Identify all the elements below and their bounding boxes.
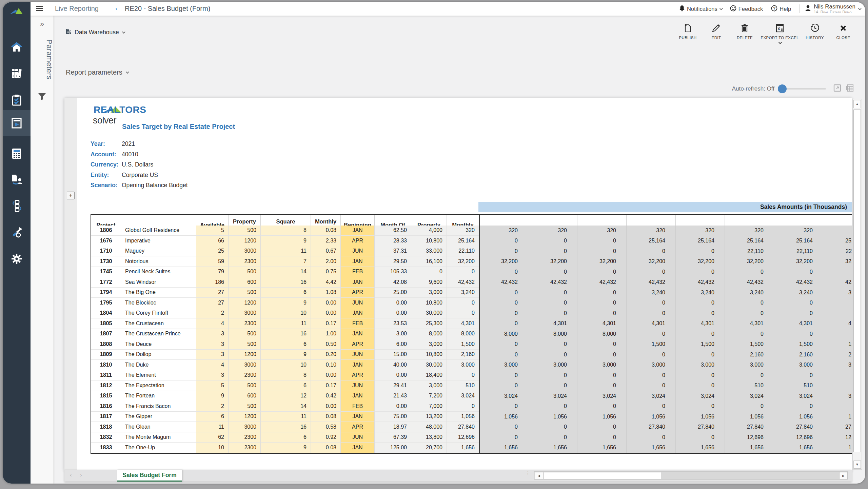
cell-monthly-avg-speed[interactable]: 4.42 (311, 277, 341, 288)
cell-available-units[interactable]: 66 (196, 236, 229, 246)
cell-monthly-avg-speed[interactable]: 0.08 (311, 226, 341, 236)
cell-property-avg-area[interactable]: 500 (229, 267, 261, 277)
cell-sqm-avg-price[interactable]: 6 (261, 380, 311, 391)
cell-available-units[interactable]: 62 (196, 432, 229, 443)
cell-monthly-avg-speed[interactable]: 0.20 (311, 350, 341, 360)
cell-monthly-avg-speed[interactable]: 0.08 (311, 443, 341, 453)
cell-available-units[interactable]: 2 (196, 308, 229, 319)
auto-refresh-slider[interactable] (778, 84, 826, 93)
cell-sqm-avg-price[interactable]: 10 (261, 308, 311, 319)
cell-property-avg-area[interactable]: 3000 (229, 360, 261, 370)
cell-sqm-avg-price[interactable]: 16 (261, 329, 311, 339)
vertical-scrollbar[interactable]: ▲ ▼ (852, 99, 862, 470)
scroll-left-button[interactable]: ◄ (535, 472, 543, 479)
cell-sqm-avg-price[interactable]: 8 (261, 226, 311, 236)
horizontal-scrollbar[interactable]: ◄ ► (534, 471, 848, 480)
cell-available-units[interactable]: 3 (196, 339, 229, 350)
cell-beginning-month[interactable]: JAN (341, 412, 375, 422)
cell-beginning-month[interactable]: JAN (341, 308, 375, 319)
slider-knob[interactable] (778, 84, 787, 93)
cell-property-avg-area[interactable]: 600 (229, 277, 261, 288)
sidebar-item-archive[interactable] (3, 61, 31, 86)
cell-sqm-avg-price[interactable]: 11 (261, 318, 311, 329)
cell-monthly-avg-speed[interactable]: 0.92 (311, 432, 341, 443)
cell-monthly-avg-speed[interactable]: 0.00 (311, 370, 341, 381)
scroll-right-button[interactable]: ► (839, 472, 848, 479)
user-menu[interactable]: Nils Rasmussen 14. Real Estate Demo (805, 4, 861, 14)
cell-property-avg-area[interactable]: 3000 (229, 422, 261, 432)
cell-available-units[interactable]: 4 (196, 360, 229, 370)
cell-monthly-avg-speed[interactable]: 0.67 (311, 246, 341, 257)
cell-monthly-avg-speed[interactable]: 0.50 (311, 339, 341, 350)
sidebar-item-collaboration[interactable] (3, 167, 31, 192)
cell-beginning-month[interactable]: JAN (341, 277, 375, 288)
cell-sqm-avg-price[interactable]: 14 (261, 401, 311, 412)
cell-sqm-avg-price[interactable]: 14 (261, 267, 311, 277)
cell-property-avg-area[interactable]: 3000 (229, 308, 261, 319)
sheet-nav-prev-icon[interactable]: ‹ (70, 472, 72, 478)
cell-sqm-avg-price[interactable]: 8 (261, 370, 311, 381)
data-source-selector[interactable]: Data Warehouse (66, 28, 124, 36)
cell-monthly-avg-speed[interactable]: 0.42 (311, 391, 341, 402)
cell-available-units[interactable]: 3 (196, 329, 229, 339)
cell-beginning-month[interactable]: JUN (341, 380, 375, 391)
parameters-expand-button[interactable]: » (31, 20, 54, 28)
cell-beginning-month[interactable]: APR (341, 339, 375, 350)
cell-property-avg-area[interactable]: 2300 (229, 256, 261, 267)
sheet-nav-next-icon[interactable]: › (80, 472, 82, 478)
solver-logo-icon[interactable] (3, 4, 31, 19)
cell-property-avg-area[interactable]: 1200 (229, 298, 261, 308)
cell-property-avg-area[interactable]: 1200 (229, 350, 261, 360)
cell-beginning-month[interactable]: JAN (341, 360, 375, 370)
publish-button[interactable]: PUBLISH (675, 24, 700, 40)
cell-beginning-month[interactable]: FEB (341, 401, 375, 412)
cell-monthly-avg-speed[interactable]: 1.00 (311, 329, 341, 339)
scrollbar-grip[interactable]: ⋮ (526, 472, 530, 474)
cell-available-units[interactable]: 27 (196, 298, 229, 308)
cell-beginning-month[interactable]: JUN (341, 298, 375, 308)
cell-property-avg-area[interactable]: 500 (229, 380, 261, 391)
sidebar-item-settings[interactable] (3, 246, 31, 271)
cell-monthly-avg-speed[interactable]: 0.10 (311, 360, 341, 370)
cell-available-units[interactable]: 4 (196, 318, 229, 329)
cell-property-avg-area[interactable]: 600 (229, 391, 261, 402)
cell-property-avg-area[interactable]: 500 (229, 339, 261, 350)
scroll-down-button[interactable]: ▼ (853, 461, 861, 469)
menu-icon[interactable] (36, 6, 43, 11)
sidebar-item-assignments[interactable] (3, 87, 31, 113)
cell-available-units[interactable]: 27 (196, 288, 229, 298)
cell-beginning-month[interactable]: APR (341, 288, 375, 298)
cell-sqm-avg-price[interactable]: 6 (261, 432, 311, 443)
filter-funnel-icon[interactable] (31, 93, 54, 100)
cell-sqm-avg-price[interactable]: 7 (261, 256, 311, 267)
cell-sqm-avg-price[interactable]: 10 (261, 360, 311, 370)
cell-beginning-month[interactable]: FEB (341, 318, 375, 329)
cell-property-avg-area[interactable]: 2300 (229, 318, 261, 329)
cell-monthly-avg-speed[interactable]: 0.08 (311, 412, 341, 422)
cell-available-units[interactable]: 11 (196, 422, 229, 432)
cell-sqm-avg-price[interactable]: 9 (261, 443, 311, 453)
cell-available-units[interactable]: 9 (196, 391, 229, 402)
cell-property-avg-area[interactable]: 2300 (229, 443, 261, 453)
cell-beginning-month[interactable]: JAN (341, 443, 375, 453)
cell-property-avg-area[interactable]: 500 (229, 226, 261, 236)
cell-property-avg-area[interactable]: 2300 (229, 370, 261, 381)
sidebar-item-budgeting[interactable] (3, 141, 31, 166)
cell-sqm-avg-price[interactable]: 9 (261, 298, 311, 308)
cell-monthly-avg-speed[interactable]: 0.58 (311, 422, 341, 432)
cell-beginning-month[interactable]: JAN (341, 256, 375, 267)
sheet-tab[interactable]: Sales Budget Form (117, 470, 182, 482)
cell-available-units[interactable]: 3 (196, 350, 229, 360)
cell-available-units[interactable]: 5 (196, 226, 229, 236)
cell-sqm-avg-price[interactable]: 9 (261, 350, 311, 360)
edit-button[interactable]: EDIT (704, 24, 729, 40)
cell-property-avg-area[interactable]: 3000 (229, 246, 261, 257)
grid-view-icon[interactable] (846, 84, 854, 93)
report-parameters-toggle[interactable]: Report parameters (66, 69, 128, 76)
cell-beginning-month[interactable]: APR (341, 370, 375, 381)
cell-available-units[interactable]: 25 (196, 246, 229, 257)
cell-sqm-avg-price[interactable]: 16 (261, 422, 311, 432)
cell-beginning-month[interactable]: FEB (341, 267, 375, 277)
scroll-up-button[interactable]: ▲ (853, 100, 861, 108)
cell-available-units[interactable]: 5 (196, 380, 229, 391)
